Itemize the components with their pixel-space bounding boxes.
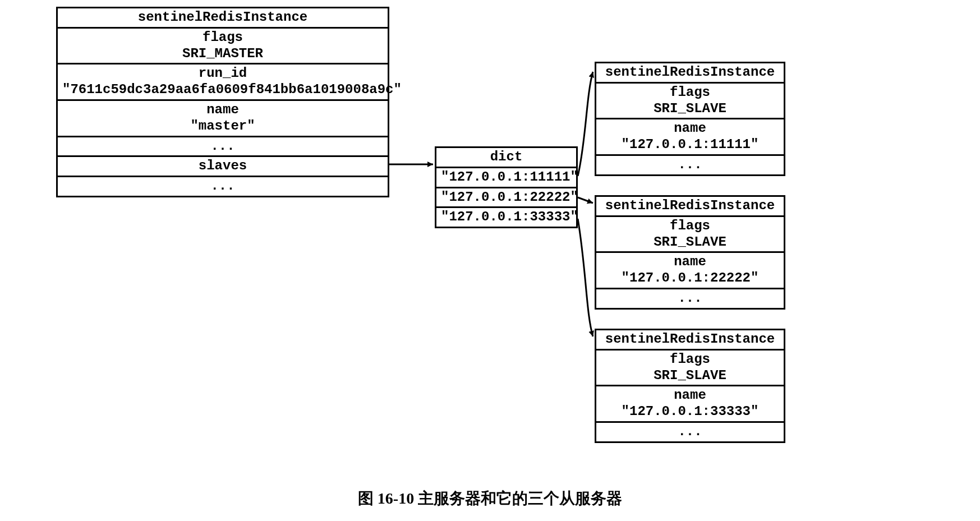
- slave2-instance-box: sentinelRedisInstance flags SRI_SLAVE na…: [595, 195, 785, 310]
- slave2-flags-label: flags: [601, 218, 779, 234]
- dict-title-text: dict: [490, 149, 523, 164]
- dots-text: ...: [210, 178, 234, 193]
- slave1-name-value: "127.0.0.1:11111": [601, 137, 779, 153]
- dots-text: ...: [210, 139, 234, 154]
- caption-text: 图 16-10 主服务器和它的三个从服务器: [358, 490, 622, 507]
- figure-caption: 图 16-10 主服务器和它的三个从服务器: [0, 488, 980, 509]
- master-slaves-label: slaves: [199, 158, 247, 173]
- dict-k2: "127.0.0.1:22222": [436, 188, 576, 209]
- dict-k2-text: "127.0.0.1:22222": [441, 190, 578, 205]
- slave3-title-text: sentinelRedisInstance: [605, 331, 775, 347]
- master-dots1: ...: [58, 137, 388, 158]
- dict-k3: "127.0.0.1:33333": [436, 208, 576, 227]
- dict-k1-text: "127.0.0.1:11111": [441, 169, 578, 185]
- slave2-flags-row: flags SRI_SLAVE: [596, 217, 784, 253]
- slave1-flags-label: flags: [601, 85, 779, 101]
- slave3-title: sentinelRedisInstance: [596, 330, 784, 351]
- slave1-flags-row: flags SRI_SLAVE: [596, 84, 784, 120]
- diagram-canvas: sentinelRedisInstance flags SRI_MASTER r…: [0, 0, 980, 521]
- slave3-flags-value: SRI_SLAVE: [601, 368, 779, 384]
- slave1-title-text: sentinelRedisInstance: [605, 64, 775, 80]
- arrow-dict-to-slave1: [578, 72, 593, 176]
- slave3-flags-label: flags: [601, 352, 779, 368]
- slave1-instance-box: sentinelRedisInstance flags SRI_SLAVE na…: [595, 62, 785, 176]
- master-flags-row: flags SRI_MASTER: [58, 29, 388, 65]
- master-runid-label: run_id: [62, 66, 383, 82]
- master-name-row: name "master": [58, 101, 388, 137]
- slave2-dots: ...: [596, 289, 784, 308]
- slave3-flags-row: flags SRI_SLAVE: [596, 351, 784, 387]
- slave2-name-value: "127.0.0.1:22222": [601, 270, 779, 287]
- dots-text: ...: [678, 424, 702, 439]
- master-slaves-row: slaves: [58, 157, 388, 177]
- master-runid-row: run_id "7611c59dc3a29aa6fa0609f841bb6a10…: [58, 64, 388, 101]
- slave1-flags-value: SRI_SLAVE: [601, 101, 779, 117]
- master-name-value: "master": [62, 118, 383, 135]
- slave3-dots: ...: [596, 423, 784, 441]
- slave1-title: sentinelRedisInstance: [596, 63, 784, 84]
- slave3-instance-box: sentinelRedisInstance flags SRI_SLAVE na…: [595, 329, 785, 443]
- slave2-title: sentinelRedisInstance: [596, 197, 784, 217]
- master-runid-value: "7611c59dc3a29aa6fa0609f841bb6a1019008a9…: [62, 82, 383, 98]
- master-instance-box: sentinelRedisInstance flags SRI_MASTER r…: [56, 7, 389, 197]
- master-dots2: ...: [58, 177, 388, 196]
- master-name-label: name: [62, 102, 383, 118]
- master-flags-value: SRI_MASTER: [62, 46, 383, 62]
- slave2-flags-value: SRI_SLAVE: [601, 234, 779, 251]
- slave3-name-row: name "127.0.0.1:33333": [596, 386, 784, 423]
- dict-k3-text: "127.0.0.1:33333": [441, 209, 578, 224]
- slave1-name-row: name "127.0.0.1:11111": [596, 119, 784, 156]
- arrow-dict-to-slave2: [578, 197, 593, 203]
- master-title-text: sentinelRedisInstance: [138, 10, 307, 25]
- dict-title: dict: [436, 148, 576, 168]
- slave2-title-text: sentinelRedisInstance: [605, 198, 775, 213]
- slave2-name-row: name "127.0.0.1:22222": [596, 253, 784, 289]
- dots-text: ...: [678, 291, 702, 306]
- master-title: sentinelRedisInstance: [58, 8, 388, 29]
- dict-box: dict "127.0.0.1:11111" "127.0.0.1:22222"…: [435, 146, 578, 228]
- slave3-name-label: name: [601, 388, 779, 404]
- slave2-name-label: name: [601, 254, 779, 270]
- dict-k1: "127.0.0.1:11111": [436, 168, 576, 188]
- dots-text: ...: [678, 157, 702, 172]
- arrow-dict-to-slave3: [578, 219, 593, 336]
- slave1-dots: ...: [596, 156, 784, 174]
- slave1-name-label: name: [601, 121, 779, 137]
- slave3-name-value: "127.0.0.1:33333": [601, 404, 779, 420]
- master-flags-label: flags: [62, 30, 383, 46]
